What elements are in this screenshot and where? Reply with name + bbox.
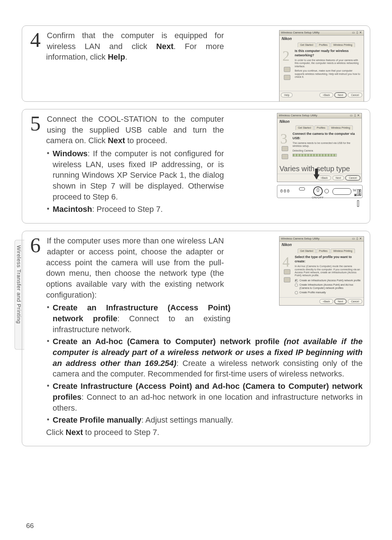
- progress-bar: [293, 154, 337, 157]
- dialog-tabs: Get Started Profiles Wireless Printing: [277, 125, 362, 130]
- wizard-icons: [284, 269, 290, 282]
- cancel-button[interactable]: Cancel: [348, 299, 362, 304]
- dialog-titlebar: Wireless Camera Setup Utility ▭ ▯ ✕: [279, 31, 364, 36]
- radio-icon: [295, 283, 298, 287]
- step-4-screenshot: Wireless Camera Setup Utility ▭ ▯ ✕ Niko…: [279, 30, 364, 102]
- step-5-right-column: Wireless Camera Setup Utility ▭ ▯ ✕ Niko…: [277, 113, 364, 198]
- wizard-text-1: In order to use the wireless features of…: [295, 59, 362, 68]
- help-button[interactable]: Help: [281, 93, 293, 97]
- camera-icon: [284, 277, 290, 282]
- tab-profiles: Profiles: [317, 43, 330, 47]
- step-6-intro: If the computer uses more than one wirel…: [46, 235, 224, 300]
- wizard-step-number: 2: [282, 49, 290, 63]
- computer-icon: [282, 146, 288, 151]
- tab-get-started: Get Started: [298, 43, 316, 47]
- camera-circle-icon: [324, 189, 329, 193]
- step-4-number: 4: [30, 29, 45, 51]
- onoff-label: ON/OFF: [312, 196, 324, 200]
- camera-onoff: ON/OFF: [312, 186, 324, 200]
- step-6: 6 If the computer uses more than one wir…: [22, 231, 370, 446]
- window-controls-icon: ▭ ▯ ✕: [352, 237, 362, 241]
- wizard-heading: Is this computer ready for wireless netw…: [295, 49, 362, 57]
- dialog-titlebar: Wireless Camera Setup Utility ▭ ▯ ✕: [277, 113, 362, 118]
- step-6-bullet-2: Create an Ad-hoc (Camera to Computer) ne…: [53, 336, 363, 379]
- dialog-logo: Nikon: [279, 242, 364, 248]
- tab-profiles: Profiles: [317, 249, 330, 253]
- radio-option-3[interactable]: Create Profile manually: [295, 291, 362, 294]
- wizard-step-number: 4: [282, 255, 290, 269]
- camera-lcd: 000: [280, 188, 290, 194]
- camera-slot-icon: [332, 188, 351, 195]
- step-6-screenshot: Wireless Camera Setup Utility ▭ ▯ ✕ Niko…: [279, 236, 364, 306]
- cancel-button[interactable]: Cancel: [348, 93, 362, 97]
- dialog-logo: Nikon: [277, 118, 362, 125]
- power-dial-icon: [313, 186, 323, 196]
- wizard-text-1: In Ad-hoc (Camera to Computer) mode the …: [295, 265, 362, 277]
- antenna-icon: [284, 67, 290, 72]
- step-5-mac: Macintosh: Proceed to Step 7.: [53, 204, 224, 215]
- window-controls-icon: ▭ ▯ ✕: [352, 31, 362, 35]
- next-button[interactable]: Next: [335, 93, 346, 97]
- step-5-number: 5: [30, 113, 45, 134]
- varies-label: Varies with setup type: [277, 163, 362, 174]
- tab-profiles: Profiles: [314, 125, 328, 130]
- wizard-icons: [282, 146, 288, 159]
- wizard-text-2: Before you continue, make sure that your…: [295, 69, 362, 78]
- radio-icon: [295, 291, 298, 294]
- step-5: 5 Connect the COOL-STATION to the comput…: [22, 109, 370, 223]
- next-button[interactable]: Next: [335, 299, 346, 304]
- cancel-button[interactable]: Cancel: [346, 176, 360, 180]
- tab-get-started: Get Started: [298, 249, 316, 253]
- playback-icon: ▣ ⟲: [354, 193, 361, 197]
- computer-icon: [284, 75, 290, 80]
- arrow-down-icon: [314, 174, 319, 180]
- dialog-tabs: Get Started Profiles Wireless Printing: [279, 42, 364, 47]
- step-6-bullet-4: Create Profile manually: Adjust settings…: [53, 415, 363, 426]
- camera-icon: [282, 154, 288, 159]
- tab-get-started: Get Started: [295, 125, 314, 130]
- radio-option-1[interactable]: Create an Infrastructure (Access Point) …: [295, 279, 362, 282]
- wizard-icons: [284, 67, 290, 80]
- step-6-bullet-1: Create an Infrastructure (Access Point) …: [53, 302, 230, 335]
- computer-icon: [284, 269, 290, 274]
- radio-icon: [295, 279, 298, 282]
- wizard-heading: Select the type of profile you want to c…: [295, 255, 362, 263]
- window-controls-icon: ▭ ▯ ✕: [350, 114, 360, 118]
- back-button[interactable]: <Back: [319, 93, 333, 97]
- side-tab-label: Wireless Transfer and Printing: [16, 245, 22, 324]
- back-button[interactable]: <Back: [319, 299, 333, 304]
- step-6-bullet-3: Create Infrastructure (Access Point) and…: [53, 381, 363, 413]
- page-number: 66: [26, 522, 34, 530]
- step-4-text: Confirm that the computer is equipped fo…: [46, 30, 224, 63]
- manual-page: Wireless Transfer and Printing 4 Confirm…: [0, 0, 392, 540]
- step-4: 4 Confirm that the computer is equipped …: [22, 25, 370, 102]
- next-button[interactable]: Next: [332, 176, 344, 180]
- tab-wireless-printing: Wireless Printing: [331, 249, 355, 253]
- camera-indicator-icon: [299, 188, 305, 190]
- zoom-w-icon: W: [353, 188, 356, 193]
- tab-wireless-printing: Wireless Printing: [331, 43, 355, 47]
- step-5-screenshot: Wireless Camera Setup Utility ▭ ▯ ✕ Niko…: [277, 113, 362, 182]
- dialog-tabs: Get Started Profiles Wireless Printing: [279, 248, 364, 253]
- dialog-titlebar: Wireless Camera Setup Utility ▭ ▯ ✕: [279, 237, 364, 242]
- tab-wireless-printing: Wireless Printing: [328, 125, 353, 130]
- wizard-heading: Connect the camera to the computer via U…: [293, 132, 359, 140]
- step-6-number: 6: [30, 235, 45, 256]
- step-5-windows: Windows: If the computer is not configur…: [53, 148, 224, 202]
- detecting-label: Detecting Camera: [293, 149, 359, 152]
- camera-illustration: 000 ON/OFF W T ▣ ⟲: [277, 185, 363, 198]
- step-6-closing: Click Next to proceed to Step 7.: [46, 427, 363, 438]
- wizard-text-1: The camera needs to be connected via USB…: [293, 142, 359, 148]
- step-5-text: Connect the COOL-STATION to the computer…: [46, 114, 224, 146]
- radio-option-2[interactable]: Create Infrastructure (Access Point) and…: [295, 283, 362, 290]
- wizard-step-number: 3: [280, 132, 287, 146]
- dialog-logo: Nikon: [279, 36, 364, 42]
